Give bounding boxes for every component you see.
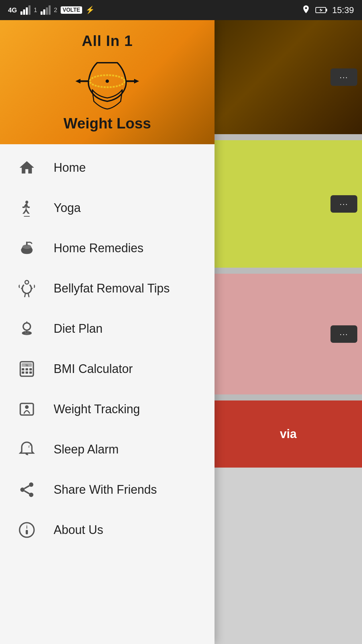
- sim2-signal-icon: [41, 5, 51, 15]
- svg-marker-6: [134, 79, 139, 84]
- svg-line-32: [24, 486, 29, 489]
- svg-rect-21: [22, 372, 24, 374]
- sidebar-item-yoga[interactable]: Yoga: [0, 188, 215, 228]
- sidebar-item-home-label: Home: [54, 161, 86, 175]
- more-button-3[interactable]: ···: [330, 325, 357, 343]
- sidebar-item-yoga-label: Yoga: [54, 201, 81, 215]
- app-title-line1: All In 1: [82, 33, 133, 49]
- more-button-2[interactable]: ···: [330, 195, 357, 213]
- mortar-icon: [16, 237, 38, 259]
- via-text: via: [280, 427, 297, 441]
- location-icon: [301, 4, 311, 16]
- svg-point-29: [20, 488, 25, 492]
- svg-rect-22: [25, 372, 28, 374]
- home-icon: [16, 157, 38, 178]
- status-time: 15:39: [332, 5, 354, 15]
- status-bar: 4G 1 2 VOLTE ⚡ 15:: [0, 0, 362, 20]
- svg-text:i: i: [26, 524, 27, 530]
- sidebar-item-about-label: About Us: [54, 523, 103, 537]
- svg-point-12: [25, 280, 29, 284]
- svg-rect-35: [26, 530, 28, 534]
- svg-point-30: [29, 493, 34, 497]
- svg-rect-19: [25, 368, 28, 371]
- sidebar-item-home[interactable]: Home: [0, 148, 215, 188]
- svg-point-25: [25, 405, 29, 409]
- content-card-3: ···: [215, 274, 362, 394]
- gap-1: [215, 134, 362, 140]
- weight-tracking-icon: [16, 398, 38, 420]
- info-icon: i: [16, 519, 38, 541]
- svg-text:z: z: [30, 443, 31, 446]
- sidebar-item-share[interactable]: Share With Friends: [0, 470, 215, 510]
- sidebar-item-sleep-alarm[interactable]: z z Sleep Alarm: [0, 429, 215, 470]
- svg-marker-4: [75, 79, 80, 84]
- svg-rect-11: [26, 242, 27, 246]
- usb-icon: ⚡: [85, 6, 95, 14]
- diet-icon: [16, 318, 38, 339]
- gap-2: [215, 268, 362, 274]
- main-layout: All In 1: [0, 20, 362, 644]
- svg-rect-20: [29, 368, 32, 371]
- status-right: 15:39: [301, 4, 354, 16]
- svg-point-28: [29, 482, 34, 487]
- app-title-line2: Weight Loss: [64, 115, 151, 132]
- sidebar-item-diet-plan-label: Diet Plan: [54, 322, 103, 336]
- body-figure-illustration: [70, 53, 144, 113]
- svg-rect-24: [20, 404, 34, 415]
- sidebar-item-home-remedies[interactable]: Home Remedies: [0, 228, 215, 268]
- content-card-2: ···: [215, 140, 362, 268]
- sleep-alarm-icon: z z: [16, 439, 38, 460]
- content-area: ··· ··· ··· via: [215, 20, 362, 644]
- drawer-menu: Home Yoga: [0, 144, 215, 644]
- yoga-icon: [16, 197, 38, 219]
- status-left: 4G 1 2 VOLTE ⚡: [8, 5, 95, 15]
- sidebar-item-share-label: Share With Friends: [54, 483, 157, 497]
- sidebar-item-bellyfat[interactable]: Bellyfat Removal Tips: [0, 268, 215, 309]
- drawer-header: All In 1: [0, 20, 215, 144]
- volte-badge: VOLTE: [61, 6, 82, 14]
- sidebar-item-weight-tracking[interactable]: Weight Tracking: [0, 389, 215, 429]
- svg-point-7: [106, 79, 109, 83]
- battery-icon: [315, 5, 327, 15]
- sim1-signal-icon: [20, 5, 31, 15]
- network-label: 4G: [8, 6, 17, 14]
- svg-point-8: [25, 201, 28, 204]
- gap-3: [215, 394, 362, 400]
- sidebar-item-home-remedies-label: Home Remedies: [54, 241, 143, 255]
- svg-rect-1: [326, 9, 327, 11]
- svg-text:%: %: [25, 364, 28, 367]
- sidebar-item-weight-tracking-label: Weight Tracking: [54, 402, 140, 416]
- sidebar-item-sleep-alarm-label: Sleep Alarm: [54, 442, 119, 457]
- calculator-icon: %: [16, 358, 38, 380]
- content-card-4: via: [215, 400, 362, 468]
- svg-point-13: [23, 323, 31, 330]
- belly-icon: [16, 278, 38, 299]
- svg-rect-23: [29, 372, 32, 374]
- sidebar-item-about[interactable]: i About Us: [0, 510, 215, 550]
- sidebar-item-bmi-calculator[interactable]: % BMI Calculator: [0, 349, 215, 389]
- share-icon: [16, 479, 38, 500]
- svg-rect-18: [22, 368, 24, 371]
- sidebar-item-diet-plan[interactable]: Diet Plan: [0, 309, 215, 349]
- content-card-1: ···: [215, 20, 362, 134]
- svg-line-31: [24, 491, 29, 494]
- sidebar-item-bellyfat-label: Bellyfat Removal Tips: [54, 281, 170, 296]
- navigation-drawer: All In 1: [0, 20, 215, 644]
- sidebar-item-bmi-calculator-label: BMI Calculator: [54, 362, 133, 376]
- more-button-1[interactable]: ···: [330, 68, 357, 86]
